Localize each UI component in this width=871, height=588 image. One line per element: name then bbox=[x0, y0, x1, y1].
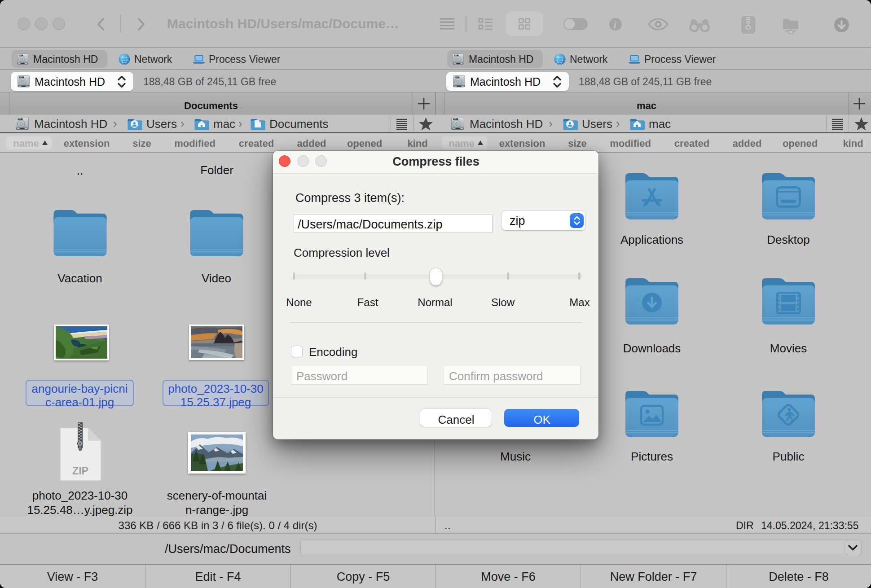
svg-text:ZIP: ZIP bbox=[72, 465, 88, 477]
